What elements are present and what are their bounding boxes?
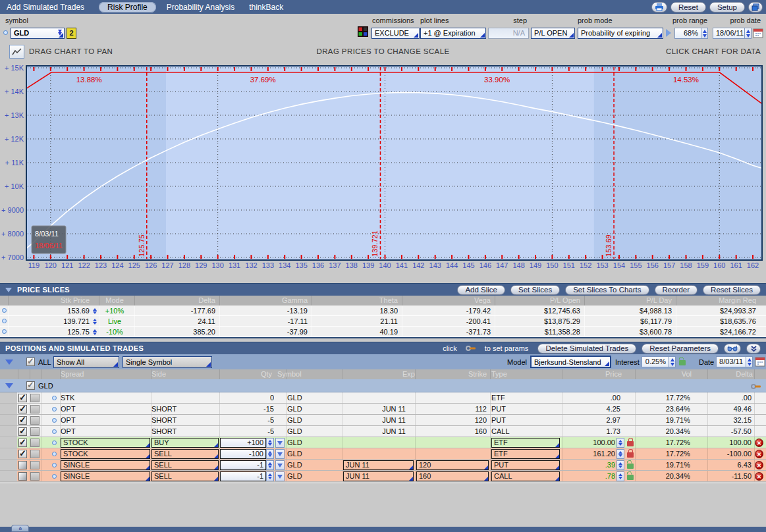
qty-dropdown[interactable]	[275, 471, 285, 481]
stk-price-spinner[interactable]	[91, 317, 98, 326]
price-lock-icon[interactable]	[627, 475, 634, 480]
interest-input[interactable]: 0.25%	[642, 356, 669, 367]
strike-select[interactable]: 160	[416, 471, 489, 481]
price-spinner[interactable]	[616, 471, 624, 481]
qty-input[interactable]: +100	[220, 438, 266, 448]
risk-profile-chart[interactable]: 125.75139.721153.6913.88%37.69%33.90%14.…	[0, 41, 766, 283]
row-checkbox[interactable]	[18, 427, 27, 436]
qty-dropdown[interactable]	[275, 460, 285, 470]
x-axis-label[interactable]: 160	[713, 261, 725, 269]
symbol-count-badge[interactable]: 2	[67, 28, 76, 39]
side-select[interactable]: SELL	[151, 449, 219, 459]
x-axis-label[interactable]: 156	[647, 261, 659, 269]
exp-select[interactable]: JUN 11	[343, 471, 414, 481]
stk-price-spinner[interactable]	[91, 306, 98, 315]
prob-date-spinner[interactable]	[744, 28, 752, 39]
price-lock-icon[interactable]	[627, 452, 634, 458]
row-marker[interactable]	[52, 396, 57, 400]
positions-button-delete-simulated-trades[interactable]: Delete Simulated Trades	[537, 344, 636, 354]
x-axis-label[interactable]: 123	[95, 261, 107, 269]
row-analyze-toggle[interactable]	[30, 439, 40, 447]
y-axis-label[interactable]: + 8000	[1, 230, 24, 238]
x-axis-label[interactable]: 130	[211, 261, 223, 269]
slices-button-set-slices[interactable]: Set Slices	[510, 285, 560, 295]
x-axis-label[interactable]: 131	[229, 261, 240, 269]
tab-thinkback[interactable]: thinkBack	[249, 3, 283, 12]
delete-trade-button[interactable]: ✕	[755, 450, 763, 458]
y-axis-label[interactable]: + 7000	[1, 253, 24, 261]
row-marker[interactable]	[52, 418, 57, 423]
y-axis-label[interactable]: + 9000	[1, 206, 24, 214]
column-header-side[interactable]: Side	[151, 369, 211, 379]
column-header-margin-req[interactable]: Margin Req	[674, 296, 756, 306]
type-select[interactable]: CALL	[491, 471, 560, 481]
x-axis-label[interactable]: 151	[563, 261, 575, 269]
x-axis-label[interactable]: 135	[295, 261, 307, 269]
row-checkbox[interactable]	[18, 450, 27, 458]
row-analyze-toggle[interactable]	[30, 450, 40, 458]
x-axis-label[interactable]: 140	[379, 261, 391, 269]
row-checkbox[interactable]	[18, 461, 27, 469]
commission-grid-icon[interactable]	[358, 26, 368, 37]
row-analyze-toggle[interactable]	[30, 472, 40, 481]
row-checkbox[interactable]	[18, 472, 27, 481]
delete-trade-button[interactable]: ✕	[755, 439, 763, 447]
prob-date-input[interactable]: 18/06/11	[713, 28, 745, 39]
qty-input[interactable]: -100	[220, 449, 266, 459]
x-axis-label[interactable]: 121	[61, 261, 73, 269]
row-analyze-toggle[interactable]	[30, 461, 40, 469]
row-analyze-toggle[interactable]	[30, 427, 40, 436]
row-marker[interactable]	[52, 474, 57, 479]
column-header-theta[interactable]: Theta	[325, 296, 398, 306]
y-axis-label[interactable]: + 13K	[5, 111, 24, 119]
column-header-price[interactable]: Price	[569, 369, 622, 379]
y-axis-label[interactable]: + 12K	[5, 135, 24, 143]
x-axis-label[interactable]: 138	[346, 261, 358, 269]
x-axis-label[interactable]: 125	[128, 261, 140, 269]
column-header-exp[interactable]: Exp	[356, 369, 415, 379]
side-select[interactable]: SELL	[151, 460, 219, 470]
row-analyze-toggle[interactable]	[30, 405, 40, 413]
reset-button[interactable]: Reset	[670, 2, 706, 13]
x-axis-label[interactable]: 119	[28, 261, 40, 269]
x-axis-label[interactable]: 141	[396, 261, 408, 269]
x-axis-label[interactable]: 162	[747, 261, 759, 269]
side-select[interactable]: BUY	[151, 438, 219, 448]
row-marker[interactable]	[52, 463, 57, 467]
column-header-p-l-open[interactable]: P/L Open	[501, 296, 580, 306]
x-axis-label[interactable]: 152	[580, 261, 591, 269]
calendar-icon[interactable]	[753, 28, 763, 38]
qty-dropdown[interactable]	[275, 449, 285, 459]
price-lock-icon[interactable]	[627, 441, 634, 446]
inspect-button[interactable]	[724, 344, 741, 354]
slice-marker[interactable]	[2, 329, 7, 334]
column-header-strike[interactable]: Strike	[434, 369, 487, 379]
column-header-stk-price[interactable]: Stk Price	[30, 296, 90, 306]
row-checkbox[interactable]	[18, 394, 27, 402]
qty-spinner[interactable]	[266, 449, 274, 459]
qty-spinner[interactable]	[266, 471, 274, 481]
x-axis-label[interactable]: 161	[730, 261, 742, 269]
column-header-delta[interactable]: Delta	[143, 296, 215, 306]
date-spinner[interactable]	[746, 356, 753, 367]
x-axis-label[interactable]: 145	[462, 261, 474, 269]
y-axis-label[interactable]: + 14K	[5, 88, 24, 95]
x-axis-label[interactable]: 133	[262, 261, 274, 269]
x-axis-label[interactable]: 137	[329, 261, 341, 269]
price-spinner[interactable]	[616, 449, 624, 459]
row-checkbox[interactable]	[18, 416, 27, 425]
side-select[interactable]: SELL	[151, 471, 219, 481]
x-axis-label[interactable]: 134	[279, 261, 290, 269]
row-checkbox[interactable]	[18, 439, 27, 447]
column-header-vol[interactable]: Vol	[638, 369, 692, 379]
tab-add-simulated-trades[interactable]: Add Simulated Trades	[7, 3, 84, 12]
all-checkbox[interactable]	[26, 358, 35, 366]
x-axis-label[interactable]: 146	[479, 261, 491, 269]
type-select[interactable]: PUT	[491, 460, 560, 470]
x-axis-label[interactable]: 149	[530, 261, 541, 269]
expand-arrow-icon[interactable]	[666, 29, 671, 37]
interest-spinner[interactable]	[669, 356, 676, 367]
delete-trade-button[interactable]: ✕	[755, 461, 763, 469]
x-axis-label[interactable]: 139	[362, 261, 374, 269]
print-button[interactable]	[651, 2, 667, 13]
